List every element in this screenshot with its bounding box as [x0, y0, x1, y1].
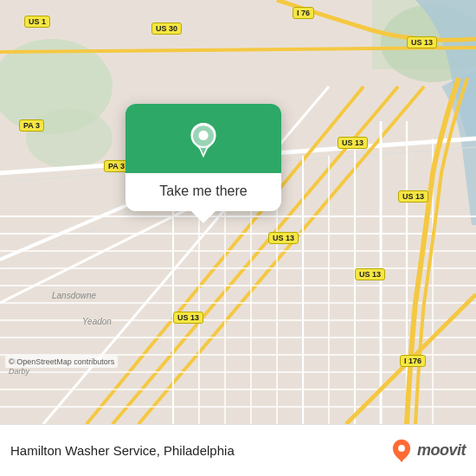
shield-us13-left: US 13	[173, 312, 203, 324]
moovit-text: moovit	[417, 441, 466, 460]
svg-text:Yeadon: Yeadon	[82, 317, 112, 326]
copyright-icon: ©	[9, 357, 15, 366]
svg-text:Lansdowne: Lansdowne	[52, 291, 97, 300]
bottom-title: Hamilton Washer Service, Philadelphia	[10, 443, 383, 458]
moovit-pin-icon	[389, 439, 414, 463]
shield-us13-mid: US 13	[338, 137, 368, 149]
shield-us13-center: US 13	[268, 232, 299, 244]
take-me-there-button[interactable]: Take me there	[151, 173, 255, 211]
location-pin-icon	[186, 123, 221, 158]
copyright-label: OpenStreetMap contributors	[16, 357, 114, 366]
bottom-bar: Hamilton Washer Service, Philadelphia mo…	[0, 424, 476, 476]
svg-text:Darby: Darby	[9, 367, 30, 376]
shield-us1: US 1	[24, 16, 50, 28]
shield-pa3a: PA 3	[19, 119, 44, 132]
shield-us30: US 30	[151, 23, 182, 35]
shield-us13-top: US 13	[407, 36, 437, 48]
svg-point-2	[26, 108, 113, 169]
popup-card: Take me there	[125, 104, 281, 211]
map-container: Lansdowne Yeadon Upper Darby US 1 US 30 …	[0, 0, 476, 424]
moovit-logo: moovit	[389, 439, 466, 463]
popup-green-area	[125, 104, 281, 173]
shield-i176: I 176	[400, 355, 426, 367]
svg-point-45	[398, 445, 405, 452]
shield-us13-lower: US 13	[355, 268, 385, 280]
shield-i76: I 76	[293, 7, 314, 19]
copyright-text: © OpenStreetMap contributors	[5, 356, 118, 368]
shield-us13-right: US 13	[398, 190, 428, 203]
svg-point-44	[199, 132, 208, 140]
